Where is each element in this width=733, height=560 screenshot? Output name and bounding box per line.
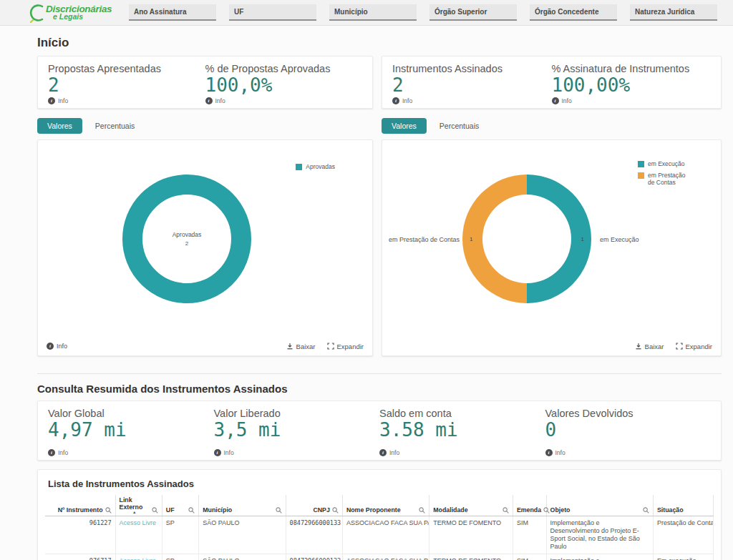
cell-link-externo[interactable]: Acesso Livre bbox=[115, 516, 162, 554]
info-icon[interactable]: i bbox=[214, 449, 221, 456]
info-label: Info bbox=[389, 449, 399, 456]
cell-objeto[interactable]: Implementação e Desenvolvimento do Proje… bbox=[546, 554, 653, 560]
cell-situacao[interactable]: Prestação de Contas enviada bbox=[653, 516, 713, 554]
filter-natureza-juridica[interactable]: Natureza Jurídica bbox=[630, 4, 717, 21]
expand-label: Expandir bbox=[337, 343, 364, 350]
search-icon[interactable] bbox=[419, 507, 425, 514]
cell-situacao[interactable]: Em execução bbox=[653, 554, 713, 560]
cell-link-externo[interactable]: Acesso Livre bbox=[115, 554, 162, 560]
expand-icon bbox=[327, 343, 334, 350]
kpi-label: Instrumentos Assinados bbox=[392, 63, 552, 74]
info-label: Info bbox=[57, 343, 67, 350]
search-icon[interactable] bbox=[332, 507, 339, 514]
top-filter-bar: Discricionárias e Legais Ano Assinatura … bbox=[0, 0, 733, 26]
info-icon[interactable]: i bbox=[48, 449, 55, 456]
kpi-card-propostas: Propostas Apresentadas 2 iInfo % de Prop… bbox=[37, 56, 373, 109]
column-header-modalidade[interactable]: Modalidade bbox=[429, 495, 513, 516]
filter-orgao-concedente[interactable]: Órgão Concedente bbox=[530, 4, 617, 21]
tab-valores-right[interactable]: Valores bbox=[382, 118, 427, 134]
cell-num-instrumento[interactable]: 961227 bbox=[45, 516, 115, 554]
cell-modalidade[interactable]: TERMO DE FOMENTO bbox=[429, 554, 513, 560]
kpi-value: 100,00% bbox=[552, 75, 712, 95]
cell-emenda[interactable]: SIM bbox=[513, 554, 546, 560]
info-label: Info bbox=[562, 97, 572, 104]
kpi-card-instrumentos: Instrumentos Assinados 2 iInfo % Assinat… bbox=[382, 56, 722, 109]
kpi-label: Valor Liberado bbox=[214, 408, 380, 419]
cell-cnpj[interactable]: 08472966000133 bbox=[286, 516, 342, 554]
search-icon[interactable] bbox=[543, 507, 550, 514]
donut-chart-situacao[interactable]: 1 1 bbox=[462, 175, 591, 303]
slice-value-prestacao: 1 bbox=[470, 236, 472, 242]
instruments-table: Nº Instrumento Link Externo▲ UF Municípi… bbox=[45, 495, 714, 560]
legend-item-em-prestacao[interactable]: em Prestação de Contas bbox=[638, 172, 694, 186]
filter-orgao-superior[interactable]: Órgão Superior bbox=[429, 4, 517, 21]
kpi-label: % Assinatura de Instrumentos bbox=[552, 63, 712, 74]
cell-emenda[interactable]: SIM bbox=[513, 516, 546, 554]
filter-municipio[interactable]: Município bbox=[329, 4, 417, 21]
download-button[interactable]: Baixar bbox=[286, 343, 316, 350]
cell-municipio[interactable]: SÃO PAULO bbox=[199, 554, 286, 560]
column-header-emenda[interactable]: Emenda bbox=[513, 495, 546, 516]
cell-num-instrumento[interactable]: 976717 bbox=[45, 554, 115, 560]
legend-swatch-orange bbox=[638, 172, 644, 179]
download-label: Baixar bbox=[296, 343, 316, 350]
info-icon[interactable]: i bbox=[48, 97, 55, 104]
column-header-objeto[interactable]: Objeto bbox=[546, 495, 653, 516]
cell-objeto[interactable]: Implementação e Desenvolvimento do Proje… bbox=[546, 516, 653, 554]
legend-item-em-execucao[interactable]: em Execução bbox=[638, 160, 694, 167]
filter-uf[interactable]: UF bbox=[229, 4, 316, 21]
expand-button[interactable]: Expandir bbox=[327, 343, 364, 350]
table-title: Lista de Instrumentos Assinados bbox=[48, 478, 714, 489]
slice-label-execucao: em Execução bbox=[600, 236, 639, 243]
download-button[interactable]: Baixar bbox=[635, 343, 664, 350]
kpi-label: % de Propostas Aprovadas bbox=[205, 63, 363, 74]
cell-nome-proponente[interactable]: ASSOCIACAO FACA SUA PARTE bbox=[342, 516, 429, 554]
kpi-value: 100,0% bbox=[205, 75, 363, 95]
info-icon[interactable]: i bbox=[392, 97, 399, 104]
column-header-nome-proponente[interactable]: Nome Proponente bbox=[342, 495, 429, 516]
app-logo: Discricionárias e Legais bbox=[29, 3, 113, 23]
legend-label: em Prestação de Contas bbox=[648, 172, 694, 186]
column-header-municipio[interactable]: Município bbox=[199, 495, 286, 516]
info-label: Info bbox=[224, 449, 234, 456]
legend-swatch-teal bbox=[296, 164, 302, 170]
legend-item-aprovadas[interactable]: Aprovadas bbox=[296, 163, 335, 170]
info-icon[interactable]: i bbox=[205, 97, 213, 104]
info-icon[interactable]: i bbox=[47, 343, 54, 350]
table-row[interactable]: 961227 Acesso Livre SP SÃO PAULO 0847296… bbox=[45, 516, 714, 554]
info-icon[interactable]: i bbox=[379, 449, 387, 456]
column-header-link-externo[interactable]: Link Externo▲ bbox=[115, 495, 162, 516]
info-icon[interactable]: i bbox=[552, 97, 559, 104]
column-header-cnpj[interactable]: CNPJ bbox=[286, 495, 342, 516]
search-icon[interactable] bbox=[503, 507, 509, 514]
tab-valores-left[interactable]: Valores bbox=[37, 118, 82, 134]
search-icon[interactable] bbox=[643, 507, 649, 514]
tab-percentuais-left[interactable]: Percentuais bbox=[94, 118, 136, 134]
search-icon[interactable] bbox=[152, 507, 158, 514]
search-icon[interactable] bbox=[188, 507, 195, 514]
info-label: Info bbox=[215, 97, 225, 104]
summary-section-title: Consulta Resumida dos Instrumentos Assin… bbox=[37, 383, 722, 395]
kpi-value: 4,97 mi bbox=[48, 420, 214, 440]
info-label: Info bbox=[555, 449, 565, 456]
cell-uf[interactable]: SP bbox=[162, 516, 198, 554]
column-header-situacao[interactable]: Situação bbox=[653, 495, 713, 516]
search-icon[interactable] bbox=[276, 507, 282, 514]
cell-municipio[interactable]: SÃO PAULO bbox=[199, 516, 286, 554]
cell-modalidade[interactable]: TERMO DE FOMENTO bbox=[429, 516, 513, 554]
tab-percentuais-right[interactable]: Percentuais bbox=[438, 118, 480, 134]
donut-chart-propostas[interactable]: Aprovadas 2 bbox=[122, 175, 251, 303]
column-header-num-instrumento[interactable]: Nº Instrumento bbox=[45, 495, 115, 516]
cell-cnpj[interactable]: 08472966000133 bbox=[286, 554, 342, 560]
cell-nome-proponente[interactable]: ASSOCIACAO FACA SUA PARTE bbox=[342, 554, 429, 560]
search-icon[interactable] bbox=[105, 507, 112, 514]
section-divider bbox=[37, 373, 722, 374]
expand-button[interactable]: Expandir bbox=[676, 343, 713, 350]
summary-kpi-card: Valor Global 4,97 mi iInfo Valor Liberad… bbox=[37, 401, 722, 461]
filter-ano-assinatura[interactable]: Ano Assinatura bbox=[129, 4, 216, 21]
table-row[interactable]: 976717 Acesso Livre SP SÃO PAULO 0847296… bbox=[45, 554, 714, 560]
info-icon[interactable]: i bbox=[545, 449, 553, 456]
cell-uf[interactable]: SP bbox=[162, 554, 198, 560]
legend-label: em Execução bbox=[648, 160, 685, 167]
column-header-uf[interactable]: UF bbox=[162, 495, 198, 516]
